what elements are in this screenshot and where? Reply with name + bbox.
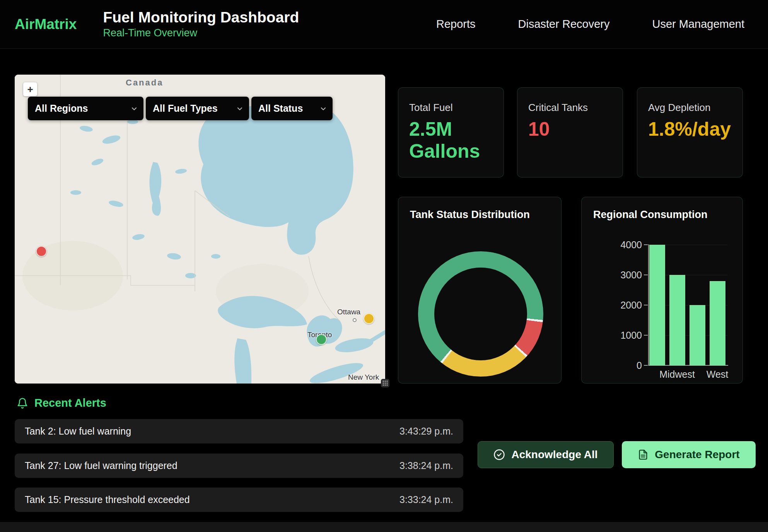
stat-label: Avg Depletion: [648, 102, 742, 114]
alert-text: Tank 27: Low fuel warning triggered: [25, 460, 177, 471]
total-fuel-value: 2.5M Gallons: [409, 118, 486, 162]
consumption-bar-2[interactable]: [689, 305, 705, 365]
x-tick-label: Midwest: [659, 369, 695, 380]
critical-tanks-card: Critical Tanks 10: [517, 87, 623, 177]
main-nav: Reports Disaster Recovery User Managemen…: [436, 18, 744, 31]
alert-time: 3:33:24 p.m.: [399, 494, 453, 505]
grip-dots-icon: [382, 380, 388, 386]
tank-status-card: Tank Status Distribution: [398, 197, 561, 384]
tank-status-card-title: Tank Status Distribution: [398, 197, 561, 221]
stat-label: Critical Tanks: [528, 102, 623, 114]
y-tick-label: 0: [599, 360, 642, 371]
ottawa-town-dot: [353, 318, 357, 322]
header: AirMatrix Fuel Monitoring Dashboard Real…: [0, 0, 768, 49]
tank-marker-normal[interactable]: [316, 334, 327, 345]
avg-depletion-card: Avg Depletion 1.8%/day: [637, 87, 743, 177]
generate-report-button[interactable]: Generate Report: [622, 441, 756, 468]
map-label-canada: Canada: [126, 78, 163, 88]
nav-disaster-recovery[interactable]: Disaster Recovery: [518, 18, 610, 31]
critical-tanks-value: 10: [528, 118, 606, 140]
tank-status-donut-chart[interactable]: [418, 251, 543, 377]
y-tick-mark: [644, 275, 648, 275]
y-tick-label: 4000: [599, 239, 642, 251]
y-tick-label: 2000: [599, 300, 642, 311]
fuel-types-filter-dropdown[interactable]: All Fuel Types: [146, 97, 249, 120]
acknowledge-all-label: Acknowledge All: [511, 448, 597, 461]
map-filter-bar: All Regions All Fuel Types All Status: [28, 97, 333, 120]
avg-depletion-value: 1.8%/day: [648, 118, 725, 140]
brand-logo[interactable]: AirMatrix: [15, 16, 77, 32]
regional-consumption-card: Regional Consumption 01000200030004000Mi…: [581, 197, 743, 384]
alert-row[interactable]: Tank 27: Low fuel warning triggered 3:38…: [15, 454, 463, 478]
consumption-bar-3[interactable]: [710, 281, 725, 365]
regions-filter-value: All Regions: [35, 103, 88, 114]
alert-text: Tank 15: Pressure threshold exceeded: [25, 494, 190, 505]
regional-consumption-bar-chart[interactable]: 01000200030004000MidwestWest: [582, 197, 742, 383]
map-label-new-york: New York: [348, 373, 379, 382]
recent-alerts-title: Recent Alerts: [34, 397, 106, 409]
total-fuel-card: Total Fuel 2.5M Gallons: [398, 87, 504, 177]
y-tick-mark: [644, 305, 648, 305]
bottom-bar: [0, 522, 768, 532]
page-subtitle: Real-Time Overview: [103, 27, 299, 39]
alert-text: Tank 2: Low fuel warning: [25, 426, 131, 437]
recent-alerts-heading: Recent Alerts: [17, 397, 106, 409]
fuel-types-filter-value: All Fuel Types: [153, 103, 218, 114]
title-block: Fuel Monitoring Dashboard Real-Time Over…: [103, 9, 299, 39]
y-tick-mark: [644, 335, 648, 336]
chevron-down-icon: [319, 105, 327, 113]
alert-time: 3:43:29 p.m.: [399, 426, 453, 437]
page-title: Fuel Monitoring Dashboard: [103, 9, 299, 26]
fuel-monitoring-dashboard: AirMatrix Fuel Monitoring Dashboard Real…: [0, 0, 768, 532]
y-tick-mark: [644, 244, 648, 245]
status-filter-dropdown[interactable]: All Status: [251, 97, 333, 120]
status-filter-value: All Status: [258, 103, 303, 114]
stat-label: Total Fuel: [409, 102, 503, 114]
tank-marker-critical[interactable]: [36, 246, 47, 257]
consumption-bar-1[interactable]: [669, 275, 685, 365]
alert-row[interactable]: Tank 2: Low fuel warning 3:43:29 p.m.: [15, 419, 463, 443]
chevron-down-icon: [130, 105, 138, 113]
consumption-bar-0[interactable]: [649, 245, 665, 365]
alert-row[interactable]: Tank 15: Pressure threshold exceeded 3:3…: [15, 488, 463, 512]
nav-user-management[interactable]: User Management: [652, 18, 744, 31]
nav-reports[interactable]: Reports: [436, 18, 476, 31]
y-tick-mark: [644, 365, 648, 366]
x-tick-label: West: [707, 369, 729, 380]
regions-filter-dropdown[interactable]: All Regions: [28, 97, 143, 120]
alert-time: 3:38:24 p.m.: [399, 460, 453, 471]
tank-marker-warning[interactable]: [364, 313, 374, 324]
generate-report-label: Generate Report: [655, 448, 739, 461]
chevron-down-icon: [236, 105, 244, 113]
bell-icon: [17, 397, 28, 409]
zoom-in-button[interactable]: +: [23, 82, 37, 96]
y-tick-label: 1000: [599, 330, 642, 341]
document-icon: [638, 449, 649, 460]
map-panel[interactable]: Canada Ottawa Toronto New York + All Reg…: [15, 75, 385, 384]
acknowledge-all-button[interactable]: Acknowledge All: [478, 441, 614, 468]
map-label-ottawa: Ottawa: [337, 308, 360, 316]
check-circle-icon: [493, 449, 505, 460]
resize-handle[interactable]: [381, 379, 389, 387]
y-tick-label: 3000: [599, 269, 642, 281]
